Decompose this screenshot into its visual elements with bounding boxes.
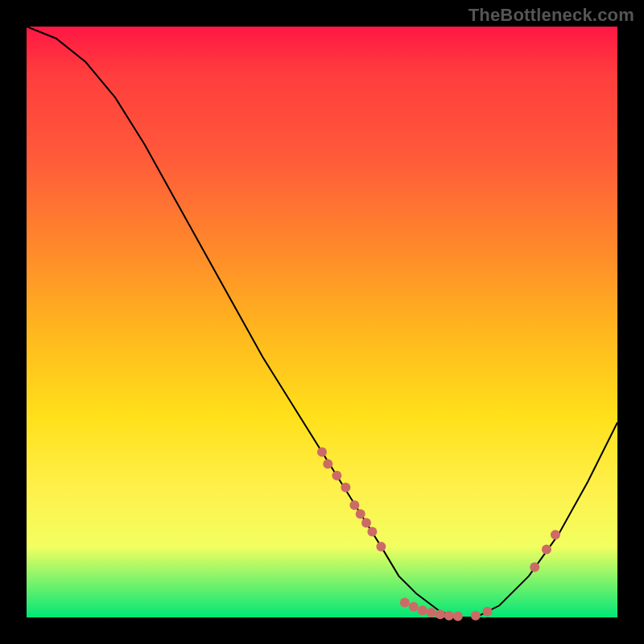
data-point: [542, 545, 551, 555]
data-point: [356, 510, 365, 519]
data-point: [418, 605, 427, 615]
data-point: [376, 542, 386, 551]
data-point: [436, 609, 445, 619]
data-point: [349, 501, 359, 510]
data-point: [323, 459, 332, 469]
data-point: [530, 563, 539, 572]
data-point: [367, 527, 377, 537]
data-point: [471, 611, 481, 621]
data-point: [483, 607, 493, 617]
data-points: [317, 448, 560, 621]
chart-stage: TheBottleneck.com: [0, 0, 644, 644]
data-point: [551, 530, 560, 539]
data-point: [444, 611, 454, 621]
data-point: [400, 598, 410, 608]
plot-area: [27, 27, 617, 617]
data-point: [341, 483, 350, 493]
watermark-text: TheBottleneck.com: [469, 5, 634, 26]
data-point: [427, 608, 436, 617]
data-point: [409, 602, 419, 612]
curve-svg: [27, 27, 617, 617]
bottleneck-curve: [27, 27, 617, 617]
data-point: [332, 471, 341, 481]
data-point: [361, 518, 371, 528]
data-point: [317, 448, 327, 457]
data-point: [453, 612, 463, 621]
